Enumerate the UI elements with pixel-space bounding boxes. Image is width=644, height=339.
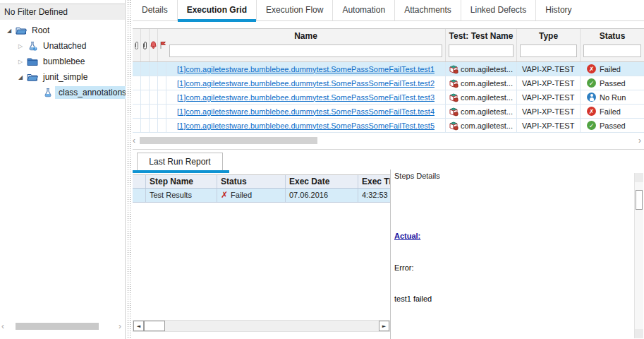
expand-collapse-icon[interactable]: ▷	[16, 43, 25, 49]
column-header-status[interactable]: Status	[217, 175, 286, 188]
steps-details-title: Steps Details	[392, 170, 636, 180]
paperclip-icon[interactable]	[133, 29, 141, 61]
svg-text:?: ?	[34, 47, 36, 51]
status-passed-icon	[587, 121, 596, 130]
status-label: No Run	[600, 93, 626, 102]
scroll-right-icon[interactable]: ›	[119, 321, 121, 331]
scroll-up-icon[interactable]	[635, 173, 643, 182]
tree-item-label[interactable]: Root	[28, 24, 53, 37]
actual-link[interactable]: Actual:	[394, 231, 636, 242]
main-panel: Details Execution Grid Execution Flow Au…	[133, 0, 644, 339]
tab-automation[interactable]: Automation	[332, 0, 394, 20]
status-failed-icon	[587, 107, 596, 116]
tree-item-label[interactable]: junit_simple	[40, 71, 91, 83]
grid-icon-columns	[133, 29, 166, 61]
panel-splitter[interactable]	[126, 0, 133, 339]
grid-header: Name Test: Test Name Type Status	[133, 28, 644, 62]
expand-collapse-icon[interactable]: ◢	[16, 74, 25, 81]
grid-horizontal-scrollbar[interactable]: ‹ ›	[133, 136, 644, 145]
status-norun-icon	[587, 93, 596, 102]
sidebar-horizontal-scrollbar[interactable]: ‹ ›	[1, 321, 123, 331]
vapi-test-icon	[449, 93, 458, 102]
tree-item-label[interactable]: class_annotations	[55, 86, 130, 99]
type-filter-input[interactable]	[520, 44, 577, 57]
tree-item-label[interactable]: Unattached	[40, 40, 90, 52]
column-header-name[interactable]: Name	[166, 29, 446, 61]
testset-icon	[41, 88, 55, 97]
folder-open-icon	[25, 73, 40, 82]
scroll-down-icon[interactable]	[635, 329, 643, 338]
test-instance-link[interactable]: [1]com.agiletestware.bumblebee.dummytest…	[177, 121, 435, 130]
grid-row[interactable]: [1]com.agiletestware.bumblebee.dummytest…	[133, 76, 644, 90]
tab-linked-defects[interactable]: Linked Defects	[461, 0, 535, 20]
scroll-left-icon[interactable]: ‹	[133, 136, 135, 145]
exec-date-cell: 07.06.2016	[286, 189, 358, 202]
column-header-type[interactable]: Type	[517, 29, 581, 61]
exec-time-cell: 4:32:53	[358, 189, 390, 202]
flag-icon[interactable]	[158, 29, 166, 61]
tree-item-unattached[interactable]: ▷ ? Unattached	[0, 38, 125, 54]
test-instance-link[interactable]: [1]com.agiletestware.bumblebee.dummytest…	[177, 65, 435, 73]
column-header-test-name[interactable]: Test: Test Name	[446, 29, 517, 61]
column-header-exec-date[interactable]: Exec Date	[286, 175, 358, 188]
test-instance-link[interactable]: [1]com.agiletestware.bumblebee.dummytest…	[177, 79, 435, 88]
filter-status-bar: No Filter Defined	[0, 4, 125, 20]
scroll-right-icon[interactable]: ►	[379, 321, 389, 331]
tab-details[interactable]: Details	[133, 0, 177, 20]
tree-item-class-annotations[interactable]: class_annotations	[0, 85, 125, 100]
column-header-exec-time[interactable]: Exec Time	[358, 175, 390, 188]
step-name-cell: Test Results	[146, 189, 217, 202]
steps-details-vertical-scrollbar[interactable]	[634, 173, 643, 338]
tab-attachments[interactable]: Attachments	[394, 0, 461, 20]
name-filter-input[interactable]	[169, 44, 442, 57]
active-tab-underline	[133, 170, 229, 173]
tab-bar: Details Execution Grid Execution Flow Au…	[133, 0, 644, 21]
column-header-status[interactable]: Status	[581, 29, 644, 61]
steps-table: Step Name Status Exec Date Exec Time Tes…	[133, 174, 390, 203]
steps-details-text: Actual: Error: test1 failed java.lang.As…	[394, 210, 636, 339]
column-header-step-name[interactable]: Step Name	[146, 175, 217, 188]
grid-row[interactable]: [1]com.agiletestware.bumblebee.dummytest…	[133, 90, 644, 105]
scrollbar-thumb[interactable]	[16, 323, 99, 330]
tab-history[interactable]: History	[535, 0, 581, 20]
status-label: Failed	[600, 107, 621, 116]
alert-icon[interactable]	[150, 29, 158, 61]
scroll-left-icon[interactable]: ◄	[133, 321, 144, 331]
paperclip-icon[interactable]	[141, 29, 150, 61]
grid-row[interactable]: [1]com.agiletestware.bumblebee.dummytest…	[133, 62, 644, 76]
scrollbar-thumb[interactable]	[144, 321, 165, 331]
expand-collapse-icon[interactable]: ▷	[16, 59, 25, 65]
tab-last-run-report[interactable]: Last Run Report	[137, 153, 223, 170]
tree-item-label[interactable]: bumblebee	[40, 55, 88, 68]
failed-x-icon: ✗	[221, 190, 228, 200]
last-run-report-panel: Last Run Report Step Name Status Exec Da…	[133, 149, 644, 339]
tree-item-junit-simple[interactable]: ◢ junit_simple	[0, 69, 125, 85]
status-label: Passed	[600, 79, 626, 88]
scrollbar-thumb[interactable]	[140, 137, 317, 144]
tab-execution-flow[interactable]: Execution Flow	[256, 0, 332, 20]
status-label: Passed	[600, 121, 626, 130]
vapi-test-icon	[449, 121, 458, 131]
scroll-right-icon[interactable]: ›	[638, 136, 641, 145]
grid-row[interactable]: [1]com.agiletestware.bumblebee.dummytest…	[133, 119, 644, 133]
tab-execution-grid[interactable]: Execution Grid	[177, 0, 256, 20]
status-passed-icon	[587, 78, 596, 88]
grid-row[interactable]: [1]com.agiletestware.bumblebee.dummytest…	[133, 105, 644, 119]
vapi-test-icon	[449, 78, 458, 88]
panel-divider	[390, 170, 391, 339]
expand-collapse-icon[interactable]: ◢	[4, 28, 14, 34]
app-window: No Filter Defined ◢ Root ▷ ? Unattached …	[0, 0, 644, 339]
vapi-test-icon	[449, 107, 458, 117]
tree-item-root[interactable]: ◢ Root	[0, 23, 125, 38]
test-set-tree: ◢ Root ▷ ? Unattached ▷ bumblebee	[0, 23, 125, 100]
test-name-filter-input[interactable]	[449, 44, 514, 57]
scroll-left-icon[interactable]: ‹	[1, 321, 4, 331]
steps-table-header: Step Name Status Exec Date Exec Time	[133, 174, 390, 189]
status-filter-input[interactable]	[583, 44, 641, 57]
tree-item-bumblebee[interactable]: ▷ bumblebee	[0, 54, 125, 69]
test-instance-link[interactable]: [1]com.agiletestware.bumblebee.dummytest…	[177, 107, 435, 116]
scrollbar-thumb[interactable]	[636, 190, 643, 210]
steps-table-row[interactable]: Test Results ✗Failed 07.06.2016 4:32:53	[133, 189, 390, 203]
steps-table-horizontal-scrollbar[interactable]: ◄ ►	[133, 320, 390, 332]
test-instance-link[interactable]: [1]com.agiletestware.bumblebee.dummytest…	[177, 93, 435, 102]
